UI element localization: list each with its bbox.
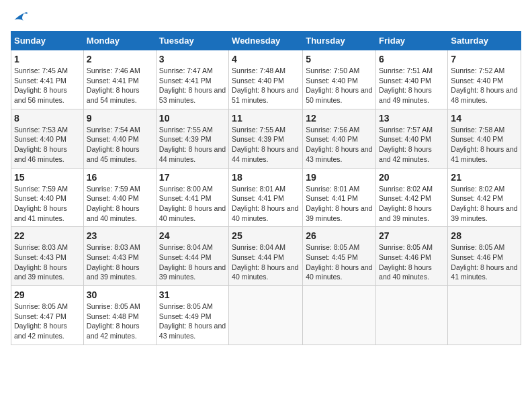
calendar-week-row: 29Sunrise: 8:05 AMSunset: 4:47 PMDayligh… xyxy=(11,286,521,345)
day-number: 13 xyxy=(379,113,445,124)
day-info: Sunrise: 8:03 AMSunset: 4:43 PMDaylight:… xyxy=(87,242,153,282)
calendar-cell: 28Sunrise: 8:05 AMSunset: 4:46 PMDayligh… xyxy=(448,227,521,286)
calendar-cell: 5Sunrise: 7:50 AMSunset: 4:40 PMDaylight… xyxy=(303,50,376,109)
calendar-cell xyxy=(303,286,376,345)
day-info: Sunrise: 7:51 AMSunset: 4:40 PMDaylight:… xyxy=(379,66,445,105)
day-number: 29 xyxy=(14,289,81,300)
day-info: Sunrise: 7:58 AMSunset: 4:40 PMDaylight:… xyxy=(451,125,518,165)
day-number: 30 xyxy=(87,289,153,300)
calendar-cell: 10Sunrise: 7:55 AMSunset: 4:39 PMDayligh… xyxy=(156,109,228,168)
day-info: Sunrise: 7:52 AMSunset: 4:40 PMDaylight:… xyxy=(451,66,518,105)
calendar-cell: 3Sunrise: 7:47 AMSunset: 4:41 PMDaylight… xyxy=(156,50,228,109)
calendar-header-row: SundayMondayTuesdayWednesdayThursdayFrid… xyxy=(11,32,521,50)
day-info: Sunrise: 7:54 AMSunset: 4:40 PMDaylight:… xyxy=(87,125,153,165)
day-number: 3 xyxy=(159,54,226,64)
calendar-cell: 29Sunrise: 8:05 AMSunset: 4:47 PMDayligh… xyxy=(11,286,84,345)
day-info: Sunrise: 8:02 AMSunset: 4:42 PMDaylight:… xyxy=(451,184,518,224)
calendar-cell: 1Sunrise: 7:45 AMSunset: 4:41 PMDaylight… xyxy=(11,50,84,109)
day-number: 7 xyxy=(451,54,518,64)
day-number: 4 xyxy=(232,54,300,64)
day-number: 2 xyxy=(87,54,153,64)
day-info: Sunrise: 8:00 AMSunset: 4:41 PMDaylight:… xyxy=(159,184,226,224)
day-number: 16 xyxy=(87,172,153,183)
day-header-saturday: Saturday xyxy=(448,32,521,50)
day-info: Sunrise: 8:01 AMSunset: 4:41 PMDaylight:… xyxy=(306,184,373,224)
calendar-cell: 23Sunrise: 8:03 AMSunset: 4:43 PMDayligh… xyxy=(83,227,156,286)
day-header-sunday: Sunday xyxy=(11,32,84,50)
day-number: 19 xyxy=(306,172,373,183)
day-info: Sunrise: 8:05 AMSunset: 4:48 PMDaylight:… xyxy=(87,302,153,341)
calendar-cell: 14Sunrise: 7:58 AMSunset: 4:40 PMDayligh… xyxy=(448,109,521,168)
day-number: 28 xyxy=(451,230,518,241)
calendar-cell: 20Sunrise: 8:02 AMSunset: 4:42 PMDayligh… xyxy=(376,168,448,227)
calendar-cell xyxy=(229,286,303,345)
day-number: 14 xyxy=(451,113,518,124)
logo-bird-icon xyxy=(13,11,28,23)
day-info: Sunrise: 7:47 AMSunset: 4:41 PMDaylight:… xyxy=(159,66,226,105)
day-number: 6 xyxy=(379,54,445,64)
calendar-week-row: 15Sunrise: 7:59 AMSunset: 4:40 PMDayligh… xyxy=(11,168,521,227)
day-info: Sunrise: 7:59 AMSunset: 4:40 PMDaylight:… xyxy=(14,184,81,224)
day-number: 9 xyxy=(87,113,153,124)
calendar-cell: 4Sunrise: 7:48 AMSunset: 4:40 PMDaylight… xyxy=(229,50,303,109)
day-header-thursday: Thursday xyxy=(303,32,376,50)
day-info: Sunrise: 7:50 AMSunset: 4:40 PMDaylight:… xyxy=(306,66,373,105)
day-info: Sunrise: 7:53 AMSunset: 4:40 PMDaylight:… xyxy=(14,125,81,165)
calendar-cell: 7Sunrise: 7:52 AMSunset: 4:40 PMDaylight… xyxy=(448,50,521,109)
day-number: 18 xyxy=(232,172,300,183)
day-header-monday: Monday xyxy=(83,32,156,50)
day-number: 25 xyxy=(232,230,300,241)
calendar-cell xyxy=(448,286,521,345)
logo xyxy=(11,11,28,23)
day-number: 5 xyxy=(306,54,373,64)
calendar-cell: 2Sunrise: 7:46 AMSunset: 4:41 PMDaylight… xyxy=(83,50,156,109)
day-info: Sunrise: 8:05 AMSunset: 4:46 PMDaylight:… xyxy=(379,242,445,282)
day-info: Sunrise: 8:05 AMSunset: 4:45 PMDaylight:… xyxy=(306,242,373,282)
calendar-cell: 6Sunrise: 7:51 AMSunset: 4:40 PMDaylight… xyxy=(376,50,448,109)
calendar-week-row: 1Sunrise: 7:45 AMSunset: 4:41 PMDaylight… xyxy=(11,50,521,109)
calendar-cell: 11Sunrise: 7:55 AMSunset: 4:39 PMDayligh… xyxy=(229,109,303,168)
page-header xyxy=(11,11,521,23)
day-info: Sunrise: 8:04 AMSunset: 4:44 PMDaylight:… xyxy=(159,242,226,282)
calendar-cell: 22Sunrise: 8:03 AMSunset: 4:43 PMDayligh… xyxy=(11,227,84,286)
day-info: Sunrise: 8:05 AMSunset: 4:46 PMDaylight:… xyxy=(451,242,518,282)
day-info: Sunrise: 7:57 AMSunset: 4:40 PMDaylight:… xyxy=(379,125,445,165)
calendar-cell: 19Sunrise: 8:01 AMSunset: 4:41 PMDayligh… xyxy=(303,168,376,227)
calendar-cell: 13Sunrise: 7:57 AMSunset: 4:40 PMDayligh… xyxy=(376,109,448,168)
calendar-cell: 17Sunrise: 8:00 AMSunset: 4:41 PMDayligh… xyxy=(156,168,228,227)
day-info: Sunrise: 8:02 AMSunset: 4:42 PMDaylight:… xyxy=(379,184,445,224)
day-number: 27 xyxy=(379,230,445,241)
day-number: 26 xyxy=(306,230,373,241)
calendar-cell: 21Sunrise: 8:02 AMSunset: 4:42 PMDayligh… xyxy=(448,168,521,227)
day-number: 21 xyxy=(451,172,518,183)
day-number: 10 xyxy=(159,113,226,124)
calendar-cell: 15Sunrise: 7:59 AMSunset: 4:40 PMDayligh… xyxy=(11,168,84,227)
day-number: 1 xyxy=(14,54,81,64)
day-number: 8 xyxy=(14,113,81,124)
day-info: Sunrise: 7:55 AMSunset: 4:39 PMDaylight:… xyxy=(159,125,226,165)
day-number: 11 xyxy=(232,113,300,124)
calendar-cell: 26Sunrise: 8:05 AMSunset: 4:45 PMDayligh… xyxy=(303,227,376,286)
day-number: 24 xyxy=(159,230,226,241)
day-info: Sunrise: 7:48 AMSunset: 4:40 PMDaylight:… xyxy=(232,66,300,105)
calendar-cell xyxy=(376,286,448,345)
day-header-tuesday: Tuesday xyxy=(156,32,228,50)
day-info: Sunrise: 7:56 AMSunset: 4:40 PMDaylight:… xyxy=(306,125,373,165)
calendar-cell: 31Sunrise: 8:05 AMSunset: 4:49 PMDayligh… xyxy=(156,286,228,345)
calendar-cell: 16Sunrise: 7:59 AMSunset: 4:40 PMDayligh… xyxy=(83,168,156,227)
day-info: Sunrise: 8:05 AMSunset: 4:47 PMDaylight:… xyxy=(14,302,81,341)
day-header-friday: Friday xyxy=(376,32,448,50)
day-number: 23 xyxy=(87,230,153,241)
day-header-wednesday: Wednesday xyxy=(229,32,303,50)
day-number: 22 xyxy=(14,230,81,241)
calendar-cell: 27Sunrise: 8:05 AMSunset: 4:46 PMDayligh… xyxy=(376,227,448,286)
calendar-cell: 30Sunrise: 8:05 AMSunset: 4:48 PMDayligh… xyxy=(83,286,156,345)
calendar-week-row: 22Sunrise: 8:03 AMSunset: 4:43 PMDayligh… xyxy=(11,227,521,286)
day-info: Sunrise: 7:55 AMSunset: 4:39 PMDaylight:… xyxy=(232,125,300,165)
day-info: Sunrise: 7:46 AMSunset: 4:41 PMDaylight:… xyxy=(87,66,153,105)
calendar-cell: 8Sunrise: 7:53 AMSunset: 4:40 PMDaylight… xyxy=(11,109,84,168)
calendar-cell: 18Sunrise: 8:01 AMSunset: 4:41 PMDayligh… xyxy=(229,168,303,227)
day-info: Sunrise: 8:03 AMSunset: 4:43 PMDaylight:… xyxy=(14,242,81,282)
day-info: Sunrise: 7:45 AMSunset: 4:41 PMDaylight:… xyxy=(14,66,81,105)
calendar-cell: 12Sunrise: 7:56 AMSunset: 4:40 PMDayligh… xyxy=(303,109,376,168)
